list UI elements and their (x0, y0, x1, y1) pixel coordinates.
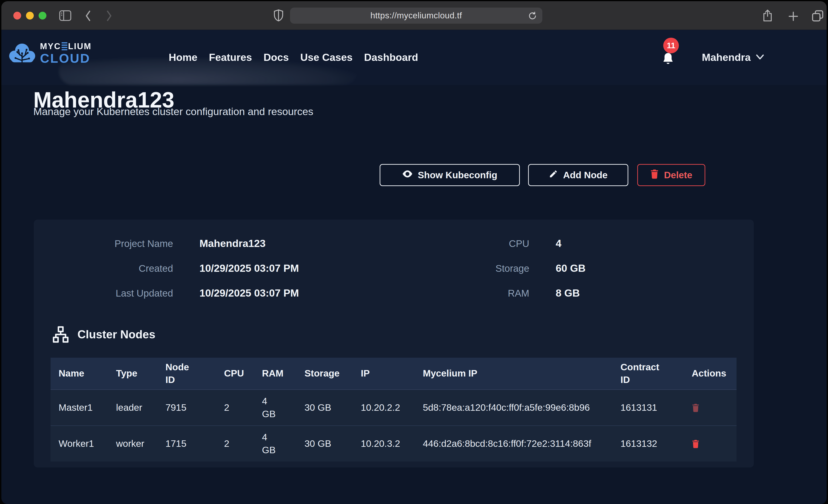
row2-delete-node-button[interactable] (692, 439, 700, 449)
nodes-table-header: Name Type Node ID CPU RAM Storage IP Myc… (50, 358, 737, 389)
nodes-table: Name Type Node ID CPU RAM Storage IP Myc… (50, 358, 737, 462)
row2-ip: 10.20.3.2 (361, 437, 400, 450)
minimize-window-button[interactable] (26, 12, 34, 19)
mycelium-cloud-logo[interactable]: MYCLIUM CLOUD (7, 42, 92, 65)
row2-ram: 4 GB (262, 431, 275, 456)
col-type: Type (116, 367, 137, 380)
created-value: 10/29/2025 03:07 PM (200, 262, 299, 274)
nav-item-use-cases[interactable]: Use Cases (300, 51, 353, 64)
col-name: Name (58, 367, 84, 380)
browser-toolbar: https://myceliumcloud.tf (1, 2, 827, 30)
tab-overview-icon[interactable] (811, 9, 824, 22)
pencil-icon (549, 169, 558, 181)
row2-contract-id: 1613132 (620, 437, 657, 450)
row2-storage: 30 GB (304, 437, 331, 450)
col-cpu: CPU (224, 367, 244, 380)
row2-name: Worker1 (58, 437, 94, 450)
show-kubeconfig-label: Show Kubeconfig (418, 170, 497, 180)
eye-icon (402, 169, 413, 181)
chevron-down-icon (755, 54, 764, 61)
last-updated-value: 10/29/2025 03:07 PM (200, 287, 299, 299)
row2-cpu: 2 (224, 437, 230, 450)
row2-type: worker (116, 437, 144, 450)
cpu-value: 4 (556, 238, 562, 249)
project-name-label: Project Name (48, 238, 173, 249)
ram-label: RAM (452, 288, 529, 299)
notifications-button[interactable]: 11 (661, 52, 675, 67)
cloud-logo-icon (7, 42, 37, 65)
window-controls (13, 12, 46, 19)
address-bar[interactable]: https://myceliumcloud.tf (290, 8, 542, 24)
page-title: Mahendra123 (33, 89, 174, 111)
back-button[interactable] (84, 9, 93, 22)
row2-node-id: 1715 (165, 437, 187, 450)
notification-badge: 11 (663, 38, 679, 53)
user-menu[interactable]: Mahendra (702, 30, 764, 85)
forward-button[interactable] (104, 9, 114, 22)
cpu-label: CPU (452, 238, 529, 249)
storage-label: Storage (452, 263, 529, 274)
sidebar-toggle-icon[interactable] (59, 10, 72, 22)
table-row-worker1: Worker1 worker 1715 2 4 GB 30 GB 10.20.3… (50, 426, 737, 462)
sitemap-icon (52, 326, 70, 343)
new-tab-icon[interactable] (787, 10, 799, 22)
logo-e-icon (61, 42, 67, 50)
close-window-button[interactable] (13, 12, 21, 19)
row1-storage: 30 GB (304, 401, 331, 414)
nav-item-home[interactable]: Home (169, 51, 197, 64)
logo-text-myc: MYC (40, 42, 61, 50)
add-node-label: Add Node (563, 170, 608, 180)
col-mycelium-ip: Mycelium IP (423, 367, 477, 380)
site-navbar: MYCLIUM CLOUD Home Features Docs Use Cas… (1, 30, 827, 85)
add-node-button[interactable]: Add Node (528, 164, 628, 186)
logo-text-lium: LIUM (68, 42, 91, 50)
nav-item-features[interactable]: Features (209, 51, 252, 64)
row1-cpu: 2 (224, 401, 230, 414)
row1-node-id: 7915 (165, 401, 187, 414)
delete-cluster-button[interactable]: Delete (637, 164, 705, 186)
row1-ip: 10.20.2.2 (361, 401, 400, 414)
cluster-details-panel: Project Name Mahendra123 Created 10/29/2… (34, 220, 754, 467)
row1-ram: 4 GB (262, 395, 275, 420)
last-updated-label: Last Updated (48, 288, 173, 299)
nav-item-docs[interactable]: Docs (263, 51, 289, 64)
page-content: Mahendra123 Manage your Kubernetes clust… (1, 30, 827, 504)
zoom-window-button[interactable] (39, 12, 46, 19)
main-nav: Home Features Docs Use Cases Dashboard (169, 30, 418, 85)
browser-window: https://myceliumcloud.tf (1, 1, 827, 504)
col-ram: RAM (262, 367, 283, 380)
cluster-nodes-heading: Cluster Nodes (52, 326, 155, 343)
bell-icon (661, 64, 675, 67)
table-row-master1: Master1 leader 7915 2 4 GB 30 GB 10.20.2… (50, 389, 737, 426)
show-kubeconfig-button[interactable]: Show Kubeconfig (380, 164, 520, 186)
ram-value: 8 GB (556, 287, 580, 299)
logo-wordmark: MYCLIUM CLOUD (40, 42, 92, 65)
row1-type: leader (116, 401, 142, 414)
col-node-id: Node ID (165, 361, 197, 386)
share-icon[interactable] (761, 9, 774, 22)
delete-label: Delete (664, 170, 692, 180)
project-info-right: CPU 4 Storage 60 GB RAM 8 GB (452, 238, 586, 312)
url-text: https://myceliumcloud.tf (370, 11, 462, 20)
user-name: Mahendra (702, 51, 751, 64)
privacy-shield-icon[interactable] (273, 9, 284, 23)
cluster-nodes-title: Cluster Nodes (77, 328, 155, 341)
row1-contract-id: 1613131 (620, 401, 657, 414)
col-storage: Storage (304, 367, 340, 380)
row1-mycelium-ip: 5d8:78ea:a120:f40c:ff0f:a5fe:99e6:8b96 (423, 401, 590, 414)
reload-icon[interactable] (528, 11, 537, 22)
project-name-value: Mahendra123 (200, 238, 266, 249)
col-actions: Actions (692, 367, 726, 380)
col-contract-id: Contract ID (620, 361, 664, 386)
project-info-left: Project Name Mahendra123 Created 10/29/2… (48, 238, 299, 312)
created-label: Created (48, 263, 173, 274)
storage-value: 60 GB (556, 262, 586, 274)
row1-name: Master1 (58, 401, 93, 414)
logo-text-cloud: CLOUD (40, 52, 92, 65)
row2-mycelium-ip: 446:d2a6:8bcd:8c16:ff0f:72e2:3114:863f (423, 437, 591, 451)
row1-delete-node-button[interactable] (692, 403, 700, 412)
trash-icon (650, 169, 659, 181)
col-ip: IP (361, 367, 370, 380)
nav-item-dashboard[interactable]: Dashboard (364, 51, 418, 64)
